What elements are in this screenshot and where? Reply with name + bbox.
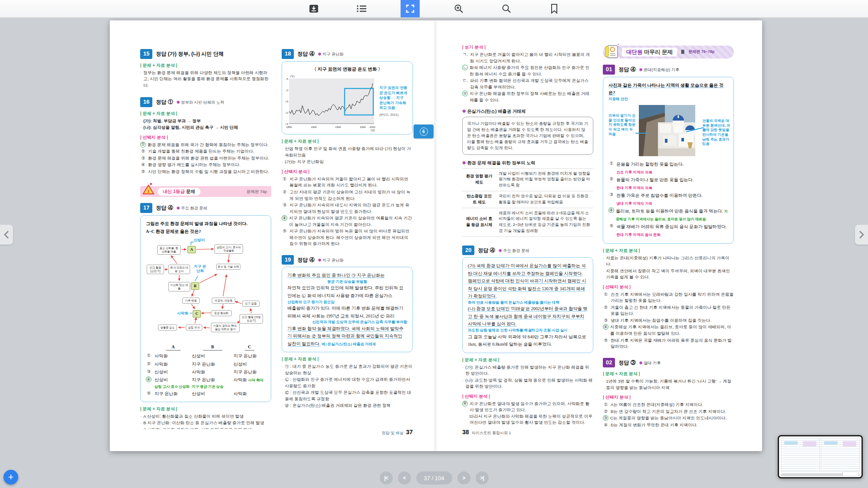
bookmark-button[interactable]: [546, 1, 563, 16]
option-1: ①온몸을 가리는 헐렁한 옷을 입는다.건조 기후 지역의 의복: [608, 160, 728, 176]
diagram-node: 생물종 감소: [158, 324, 177, 331]
problem-number-badge: 02: [603, 358, 615, 368]
search-button[interactable]: [498, 1, 515, 16]
temperature-line-chart: (℃) 1.5 1.0 0.5 0.0 -0.5 1850 1900 1950 …: [286, 74, 378, 131]
choice-5: ⑤한대 기후 지역은 곡물 재배가 어려워 육류 중심의 음식 문화가 발달하였…: [603, 337, 734, 350]
chevron-right-icon: [858, 230, 865, 239]
diagram-node: 인구 급증: [242, 301, 260, 307]
diagram-label-desertification: 사막화: [177, 311, 188, 316]
table-of-contents-button[interactable]: [353, 1, 370, 16]
download-icon: [309, 3, 319, 14]
question-box-01: 사진과 같은 가옥이 나타나는 지역의 생활 모습으로 옳은 것은? 지중해 연…: [603, 77, 734, 244]
choice-4: ④지중해성 기후 지역에서는 올리브, 토마토 등이 많이 재배되며, 이를 이…: [603, 324, 734, 337]
problem-16-header: 16 정답 ① ✱ 정부와 시민 단체의 노력: [140, 97, 271, 107]
table-row: 환경 영향 평가 제도개발 사업이 시행되기 전에 환경에 미치게 될 영향을 …: [462, 168, 593, 191]
last-page-button[interactable]: >|: [476, 472, 489, 485]
text: 곡물 재배가 어려워 육류 중심의 음식 문화가 발달하였다. 한대 기후 지역…: [616, 223, 728, 238]
analysis-bullet: ·(가)는 지구 온난화임: [282, 159, 413, 165]
answer-text: 정답 ④: [297, 50, 314, 58]
answer-text: 정답 ④: [156, 204, 173, 212]
next-page-arrow[interactable]: [855, 225, 868, 245]
option-3: ③지구 온난화가 지속되어 대도시 지역의 야간 평균 온도가 높게 유지되면 …: [282, 202, 413, 215]
text: 건조 기후 지역에서는 모래바람과 강한 일사를 막기 위하여 온몸을 가리는 …: [611, 291, 734, 304]
text: 정부는 환경 문제 해결을 위해 다양한 제도와 정책을 마련해 시행하고, 시…: [143, 70, 271, 89]
option-2: ②기술 개발을 통해 친환경 제품을 만드는 주체는 기업이다.: [140, 148, 271, 155]
choice-3: ③C는 계절풍의 영향을 받는 동남아시아 지역인 인도네시아이다.: [603, 415, 734, 422]
svg-text:2020: 2020: [369, 126, 375, 128]
problem-01-header: 01 정답 ④ ✱ 온대(지중해성) 기후: [603, 65, 734, 75]
option-4: ④환경 영향 평가 제도를 실시하는 주체는 정부이다.: [140, 162, 271, 168]
text: 냉대 기후 지역에서는 침엽수를 이용하여 집을 짓는다.: [611, 318, 711, 324]
problem-02-header: 02 정답 ③ ✱ 열대 기후: [603, 358, 734, 368]
option-1: ①지구 온난화가 지속되어 겨울이 짧아지고 봄이 더 빨리 시작되면 봄철에 …: [282, 176, 413, 189]
download-button[interactable]: [305, 1, 322, 16]
text: A는 여름이 건조한 온대(지중해성) 기후 지역이다.: [611, 402, 703, 408]
left-page-column-1: 15 정답 (가) 정부, (나) 시민 단체 | 문제 + 자료 분석 | ·…: [140, 48, 271, 429]
topic: ✱ 열대 기후: [639, 360, 661, 367]
text: 지중해 연안에서 창문이 작고 벽이 두꺼우며, 외벽이 대부분 흰색인 가옥을…: [606, 268, 734, 281]
passage-box-20: (가) 국제 환경 단체가 미국에서 온실가스를 많이 배출하는 석탄 대신 재…: [462, 257, 593, 353]
analysis-bullet: ·㉢ : 선진국과 개발 도상국 모두 온실가스 감축을 포함한 포괄적인 대응…: [282, 390, 413, 402]
text: A 산성비: 황산화물과 질소 산화물이 비에 섞이면 발생: [143, 413, 243, 420]
analysis-bullet: ·B 지구 온난화: 이산화 탄소 등 온실가스 배출량 증가로 인해 발생: [140, 420, 271, 426]
book-spread: 15 정답 (가) 정부, (나) 시민 단체 | 문제 + 자료 분석 | ·…: [110, 20, 762, 451]
question-box-17: 그림은 주요 환경 문제의 발생 과정을 나타낸 것이다. A~C 환경 문제로…: [140, 215, 271, 402]
svg-text:(℃): (℃): [290, 75, 295, 78]
svg-text:1950: 1950: [335, 126, 341, 128]
choice-3: ③냉대 기후 지역에서는 침엽수를 이용하여 집을 짓는다.: [603, 318, 734, 324]
government-efforts-table: 환경 영향 평가 제도개발 사업이 시행되기 전에 환경에 미치게 될 영향을 …: [462, 168, 593, 237]
chapter-tab[interactable]: 6: [414, 124, 434, 138]
text: 자료는 온대(지중해성) 기후가 나타나는 그리스 산토리니의 가옥이다.: [606, 255, 734, 268]
bookmark-icon: [549, 3, 559, 14]
page-indicator[interactable]: 37 / 104: [416, 472, 452, 485]
answer-text: 정답 ④: [478, 246, 495, 254]
page-thumbnail[interactable]: [778, 435, 863, 478]
text: 지구 온난화가 지속되어 평균 기온이 상승하면 여름철의 지속 기간이 늘어나…: [289, 215, 413, 228]
diagram-node-A: A: [187, 246, 196, 253]
previous-button[interactable]: <: [398, 472, 411, 485]
viewer-toolbar: [0, 0, 868, 18]
first-page-button[interactable]: |<: [380, 472, 393, 485]
chart-source: (IPCC, 2021): [379, 112, 408, 117]
choice-4: ④D는 계절의 변화가 뚜렷한 온대 기후 지역이다.: [603, 422, 734, 429]
annotation: 평균 기온 상승을 유발함: [287, 279, 407, 284]
analysis-bullet: ·㉠ : 대기 중 온실가스 농도 증가로 온실 효과가 강화되어 평균 기온이…: [282, 364, 413, 376]
text: 화석 에너지 사용량 증가의 주요 원인은 산업화와 인구 증가로 인한 화석 …: [470, 65, 593, 77]
page-number: 37: [406, 429, 413, 436]
option-5: ⑤시민 단체는 환경 정책의 수립 및 시행 과정을 감시하고 비판한다.: [140, 169, 271, 175]
analysis-bullet: ·㉣ : 온실가스(탄소) 배출권 거래제와 같은 환경 관련 정책: [282, 403, 413, 409]
problem-number-badge: 17: [140, 203, 152, 213]
analysis-bullet: ·정부는 환경 문제 해결을 위해 다양한 제도와 정책을 마련해 시행하고, …: [140, 70, 271, 89]
previous-page-arrow[interactable]: [0, 225, 13, 245]
text: 올리브, 토마토 등을 이용하여 만든 음식을 즐겨 먹는다. 지중해성 기후 …: [616, 207, 728, 223]
zoom-in-button[interactable]: [450, 1, 467, 16]
analysis-bullet: ·산업 혁명 이후 인구 및 화석 연료 사용량 증가에 따라 (가) 현상이 …: [282, 146, 413, 158]
topic: ✱ 지구 온난화: [318, 52, 344, 58]
analysis-bullet: ·지중해 연안에서 창문이 작고 벽이 두꺼우며, 외벽이 대부분 흰색인 가옥…: [603, 268, 734, 281]
diagram-label-global-warming: 지구 온난화: [192, 265, 208, 273]
diagram-node: 홍수 및 가뭄 피해: [216, 264, 240, 270]
text: B 지구 온난화: 이산화 탄소 등 온실가스 배출량 증가로 인해 발생: [143, 420, 264, 426]
text: 온몸을 가리는 헐렁한 옷을 입는다.건조 기후 지역의 의복: [616, 160, 684, 176]
thumbnail-spread: [781, 438, 860, 472]
text: 기술 개발을 통해 친환경 제품을 만드는 주체는 기업이다.: [148, 148, 254, 155]
section-label: | 문제 + 자료 분석 |: [140, 406, 271, 412]
add-button[interactable]: +: [3, 470, 18, 485]
next-button[interactable]: >: [457, 472, 470, 485]
analysis-bullet: ·㉡ : 산업화와 인구 증가로 에너지에 대한 수요가 급격히 증가하면서 사…: [282, 377, 413, 389]
prev-icon: <: [403, 475, 405, 481]
annotation: 예) 온실가스(탄소) 배출권 거래제: [322, 342, 376, 346]
bogi-item-4: ㄹ지구 온난화 해결을 위한 정부의 정책 사례로는 탄소 배출권 거래제를 들…: [462, 91, 593, 103]
choice-1: ①건조 기후 지역에서는 모래바람과 강한 일사를 막기 위하여 온몸을 가리는…: [603, 291, 734, 304]
santorini-photo: [639, 105, 695, 156]
fullscreen-button[interactable]: [401, 0, 420, 17]
text: 환경 문제 해결을 위해 국가 간 협력에 동참하는 주체는 정부이다.: [148, 142, 269, 148]
svg-text:1900: 1900: [311, 126, 317, 128]
chevron-left-icon: [3, 230, 10, 239]
analysis-bullet: ·(가): 온실가스 배출량 증가로 인해 발생하는 지구 온난화 해결을 위한…: [462, 364, 593, 377]
answer-text: 정답 ①: [156, 98, 173, 106]
choice-1: ①A는 여름이 건조한 온대(지중해성) 기후 지역이다.: [603, 402, 734, 408]
option-4: ④올리브, 토마토 등을 이용하여 만든 음식을 즐겨 먹는다. 지중해성 기후…: [608, 207, 728, 223]
svg-text:2000: 2000: [360, 126, 366, 128]
viewer-stage: 15 정답 (가) 정부, (나) 시민 단체 | 문제 + 자료 분석 | ·…: [0, 17, 868, 488]
